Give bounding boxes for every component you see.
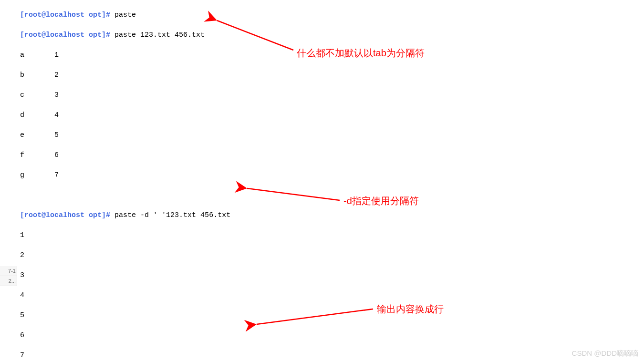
output-line: g 7 (20, 170, 644, 180)
command-text: paste 123.txt 456.txt (114, 31, 205, 39)
output-line: 2 (20, 250, 644, 260)
command-text: paste (114, 11, 136, 19)
output-line: b 2 (20, 70, 644, 80)
output-line: e 5 (20, 130, 644, 140)
output-line: 5 (20, 310, 644, 320)
tab-item-1[interactable]: 7-1 (0, 266, 17, 276)
annotation-1: 什么都不加默认以tab为分隔符 (297, 47, 425, 60)
user-host: root@localhost (24, 11, 84, 19)
prompt-line-2: [root@localhost opt]# paste 123.txt 456.… (20, 30, 644, 40)
watermark: CSDN @DDD嘀嘀嘀 (572, 349, 638, 358)
blank-line (20, 190, 644, 200)
output-line: 6 (20, 330, 644, 340)
command-text: paste -d ' '123.txt 456.txt (114, 211, 230, 219)
tab-item-2[interactable]: 2... (0, 276, 17, 286)
output-line: 3 (20, 270, 644, 280)
annotation-2: -d指定使用分隔符 (343, 195, 419, 207)
left-tab-strip: 7-1 2... (0, 266, 17, 286)
prompt-line-3: [root@localhost opt]# paste -d ' '123.tx… (20, 210, 644, 220)
hash: # (106, 11, 114, 19)
annotation-3: 输出内容换成行 (377, 303, 444, 316)
bracket: ] (102, 11, 106, 19)
output-line: f 6 (20, 150, 644, 160)
prompt-line-1: [root@localhost opt]# paste (20, 10, 644, 20)
output-line: c 3 (20, 90, 644, 100)
output-line: 4 (20, 290, 644, 300)
path: opt (84, 11, 102, 19)
bracket: [ (20, 11, 24, 19)
output-line: 7 (20, 351, 644, 361)
output-line: 1 (20, 230, 644, 240)
output-line: d 4 (20, 110, 644, 120)
